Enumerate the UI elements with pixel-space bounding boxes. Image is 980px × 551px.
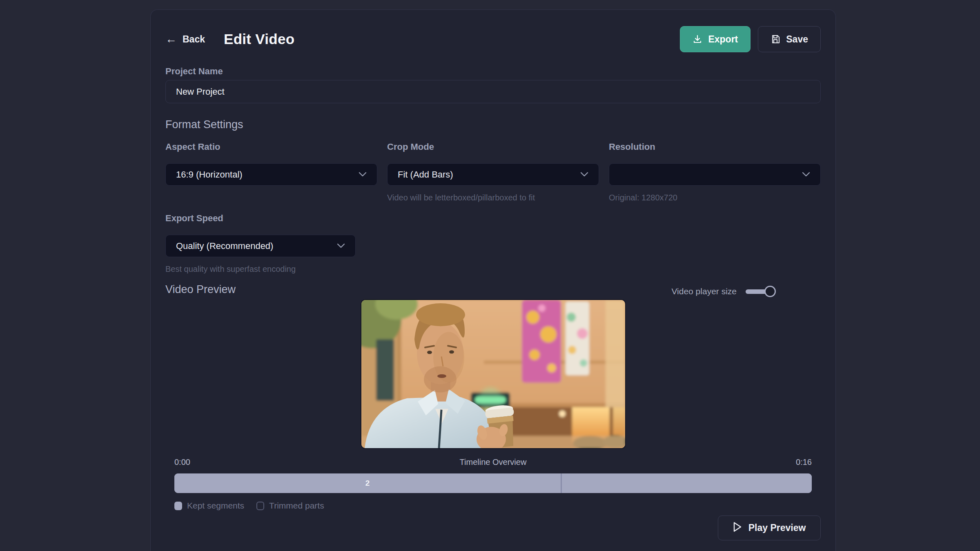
export-speed-value: Quality (Recommended): [176, 241, 337, 251]
format-settings-row: Aspect Ratio 16:9 (Horizontal) Crop Mode…: [165, 142, 821, 202]
save-button[interactable]: Save: [758, 26, 821, 52]
chevron-down-icon: [359, 171, 367, 178]
export-label: Export: [708, 34, 738, 45]
video-preview-player[interactable]: [361, 300, 625, 448]
export-speed-field: Export Speed Quality (Recommended) Best …: [165, 213, 356, 274]
slider-knob[interactable]: [764, 286, 776, 297]
player-size-label: Video player size: [671, 287, 737, 296]
resolution-field: Resolution Original: 1280x720: [609, 142, 821, 202]
timeline-end-time: 0:16: [599, 458, 812, 467]
play-icon: [733, 522, 742, 535]
legend-label: Trimmed parts: [269, 501, 324, 511]
project-name-label: Project Name: [165, 66, 223, 77]
timeline-legend: Kept segments Trimmed parts: [174, 501, 812, 511]
timeline: 0:00 Timeline Overview 0:16 2 Kept segme…: [174, 458, 812, 511]
project-name-input[interactable]: [165, 80, 821, 103]
timeline-start-time: 0:00: [174, 458, 387, 467]
aspect-ratio-value: 16:9 (Horizontal): [176, 169, 359, 180]
crop-mode-select[interactable]: Fit (Add Bars): [387, 163, 599, 186]
aspect-ratio-label: Aspect Ratio: [165, 142, 377, 152]
kept-segments-swatch: [174, 502, 182, 510]
video-preview-heading: Video Preview: [165, 283, 236, 296]
resolution-helper: Original: 1280x720: [609, 193, 821, 202]
chevron-down-icon: [580, 171, 588, 178]
back-label: Back: [183, 34, 205, 45]
timeline-segment[interactable]: 2: [174, 473, 561, 493]
back-arrow-icon: ←: [165, 33, 177, 45]
export-speed-select[interactable]: Quality (Recommended): [165, 235, 356, 257]
timeline-bar[interactable]: 2: [174, 473, 812, 493]
player-size-control: Video player size: [671, 286, 773, 297]
chevron-down-icon: [337, 242, 345, 250]
legend-trimmed-parts: Trimmed parts: [256, 501, 324, 511]
segment-label: 2: [365, 479, 370, 488]
aspect-ratio-select[interactable]: 16:9 (Horizontal): [165, 163, 377, 186]
video-still-man-with-coffee: [361, 300, 625, 448]
timeline-title: Timeline Overview: [387, 458, 599, 467]
page-title: Edit Video: [224, 31, 295, 47]
play-preview-button[interactable]: Play Preview: [718, 515, 821, 540]
crop-mode-helper: Video will be letterboxed/pillarboxed to…: [387, 193, 599, 202]
export-speed-helper: Best quality with superfast encoding: [165, 264, 356, 274]
edit-video-panel: ← Back Edit Video Export Save: [150, 9, 836, 551]
aspect-ratio-field: Aspect Ratio 16:9 (Horizontal): [165, 142, 377, 202]
crop-mode-field: Crop Mode Fit (Add Bars) Video will be l…: [387, 142, 599, 202]
legend-label: Kept segments: [187, 501, 244, 511]
play-preview-label: Play Preview: [748, 522, 806, 533]
export-button[interactable]: Export: [680, 26, 751, 52]
trimmed-parts-swatch: [256, 502, 264, 510]
back-button[interactable]: ← Back: [165, 33, 205, 45]
save-icon: [771, 34, 780, 44]
format-settings-heading: Format Settings: [165, 118, 243, 131]
timeline-segment[interactable]: [561, 473, 812, 493]
legend-kept-segments: Kept segments: [174, 501, 244, 511]
crop-mode-label: Crop Mode: [387, 142, 599, 152]
header: ← Back Edit Video Export Save: [165, 26, 821, 52]
save-label: Save: [786, 34, 808, 45]
resolution-select[interactable]: [609, 163, 821, 186]
resolution-label: Resolution: [609, 142, 821, 152]
export-speed-label: Export Speed: [165, 213, 356, 224]
download-icon: [693, 34, 702, 44]
crop-mode-value: Fit (Add Bars): [398, 169, 580, 180]
player-size-slider[interactable]: [746, 286, 773, 297]
chevron-down-icon: [802, 171, 810, 178]
